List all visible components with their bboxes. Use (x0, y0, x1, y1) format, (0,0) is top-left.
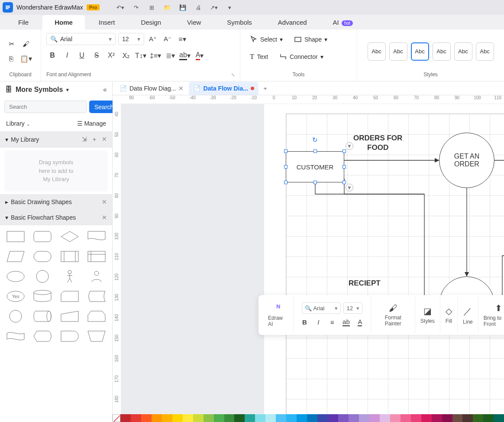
float-italic-button[interactable]: I (313, 316, 324, 328)
edge-label-orders[interactable]: ORDERS FOR FOOD (353, 133, 402, 153)
more-symbols-header[interactable]: 🗄 More Symbols ▾ « (0, 81, 112, 98)
no-color-swatch[interactable] (113, 414, 120, 422)
menu-view[interactable]: View (175, 15, 213, 29)
basic-flowchart-category[interactable]: ▾ Basic Flowchart Shapes ✕ (0, 210, 112, 225)
float-fill-button[interactable]: ◇ Fill (440, 297, 457, 333)
color-swatch[interactable] (265, 414, 276, 422)
menu-file[interactable]: File (6, 15, 41, 29)
shape-connector[interactable] (3, 309, 28, 323)
shape-person[interactable] (58, 269, 82, 283)
resize-handle[interactable] (342, 149, 346, 153)
color-swatch[interactable] (483, 414, 494, 422)
undo-button[interactable]: ↶▾ (114, 1, 126, 13)
connect-arrow-icon[interactable]: ▾ (346, 184, 353, 192)
color-swatch[interactable] (317, 414, 328, 422)
shape-internal-storage[interactable] (84, 250, 109, 263)
edge-label-receipt[interactable]: RECIEPT (349, 279, 381, 288)
menu-symbols[interactable]: Symbols (215, 15, 264, 29)
decrease-font-button[interactable]: A⁻ (162, 33, 174, 45)
subscript-button[interactable]: X₂ (120, 49, 132, 62)
shape-document[interactable] (84, 230, 109, 243)
color-swatch[interactable] (401, 414, 411, 422)
new-button[interactable]: ⊞ (145, 1, 158, 13)
library-toggle[interactable]: Library ⌄ (6, 120, 30, 127)
color-swatch[interactable] (224, 414, 235, 422)
menu-advanced[interactable]: Advanced (266, 15, 319, 29)
color-swatch[interactable] (462, 414, 473, 422)
shape-stored-data[interactable] (84, 289, 109, 303)
float-bold-button[interactable]: B (299, 316, 310, 328)
manage-link[interactable]: ☰ Manage (77, 120, 106, 127)
color-swatch[interactable] (234, 414, 245, 422)
float-size-select[interactable]: 12 ▾ (343, 302, 362, 314)
bold-button[interactable]: B (46, 49, 58, 62)
color-swatch[interactable] (390, 414, 401, 422)
color-swatch[interactable] (120, 414, 131, 422)
float-font-select[interactable]: 🔍 Arial ▾ (302, 302, 341, 314)
color-swatch[interactable] (286, 414, 297, 422)
my-library-dropzone[interactable]: Drag symbols here to add to My Library (4, 150, 108, 192)
style-preset-2[interactable]: Abc (389, 42, 407, 61)
text-tool[interactable]: T Text (246, 50, 272, 63)
font-family-select[interactable]: 🔍 Arial ▾ (46, 33, 116, 45)
color-swatch[interactable] (276, 414, 286, 422)
style-preset-1[interactable]: Abc (368, 42, 386, 61)
edraw-ai-button[interactable]: ᴺ Edraw AI (263, 297, 293, 333)
resize-handle[interactable] (284, 165, 288, 169)
line-spacing-button[interactable]: ‡≡▾ (149, 49, 162, 62)
connect-arrow-icon[interactable]: ▾ (346, 142, 353, 150)
shape-tape[interactable] (3, 329, 28, 343)
shape-manual-op[interactable] (84, 329, 109, 343)
basic-drawing-category[interactable]: ▸ Basic Drawing Shapes ✕ (0, 194, 112, 210)
float-highlight-button[interactable]: ab (340, 316, 352, 328)
color-swatch[interactable] (141, 414, 152, 422)
font-color-button[interactable]: A▾ (194, 49, 206, 62)
format-painter-button[interactable]: 🖌 Format Painter (371, 297, 415, 333)
shape-database[interactable] (30, 289, 55, 303)
strike-button[interactable]: S (90, 49, 103, 62)
redo-button[interactable]: ↷ (130, 1, 142, 13)
color-swatch[interactable] (328, 414, 338, 422)
shape-delay[interactable] (58, 329, 82, 343)
node-get-order[interactable]: GET AN ORDER (439, 133, 494, 188)
document-tab-1[interactable]: 📄 Data Flow Diag... ✕ (115, 82, 188, 95)
color-swatch[interactable] (421, 414, 432, 422)
bring-to-front-button[interactable]: ⬆ Bring to Front (478, 297, 504, 333)
shape-display[interactable] (30, 329, 55, 343)
copy-button[interactable]: ⎘ (5, 53, 17, 65)
highlight-button[interactable]: ab▾ (179, 49, 191, 62)
style-preset-4[interactable]: Abc (433, 42, 451, 61)
increase-font-button[interactable]: A⁺ (147, 33, 159, 45)
resize-handle[interactable] (342, 165, 346, 169)
close-icon[interactable]: ✕ (102, 198, 107, 205)
rotate-handle-icon[interactable]: ↻ (312, 136, 318, 144)
shape-terminator[interactable] (30, 250, 55, 263)
shape-rounded-rect[interactable] (30, 230, 55, 243)
style-preset-5[interactable]: Abc (454, 42, 472, 61)
lib-close-icon[interactable]: ✕ (102, 136, 107, 143)
style-preset-3[interactable]: Abc (411, 42, 429, 61)
node-customer[interactable]: CUSTOMER ↻ ▾ ▾ (286, 151, 344, 182)
shape-yes[interactable]: Yes (3, 289, 28, 303)
document-tab-2[interactable]: 📄 Data Flow Dia... (189, 82, 258, 95)
color-swatch[interactable] (442, 414, 452, 422)
select-tool[interactable]: Select ▾ (246, 33, 287, 46)
color-swatch[interactable] (380, 414, 390, 422)
float-font-color-button[interactable]: A (354, 316, 365, 328)
color-swatch[interactable] (131, 414, 141, 422)
color-swatch[interactable] (183, 414, 193, 422)
open-button[interactable]: 📁 (161, 1, 173, 13)
shape-process[interactable] (3, 230, 28, 243)
color-swatch[interactable] (245, 414, 255, 422)
color-swatch[interactable] (349, 414, 359, 422)
color-swatch[interactable] (494, 414, 504, 422)
shape-ellipse[interactable] (3, 269, 28, 283)
color-swatch[interactable] (452, 414, 463, 422)
export-button[interactable]: ↗▾ (208, 1, 220, 13)
shape-card[interactable] (58, 289, 82, 303)
color-swatch[interactable] (193, 414, 204, 422)
color-swatch[interactable] (307, 414, 317, 422)
shape-decision[interactable] (58, 230, 82, 243)
resize-handle[interactable] (313, 149, 317, 153)
color-swatch[interactable] (297, 414, 307, 422)
